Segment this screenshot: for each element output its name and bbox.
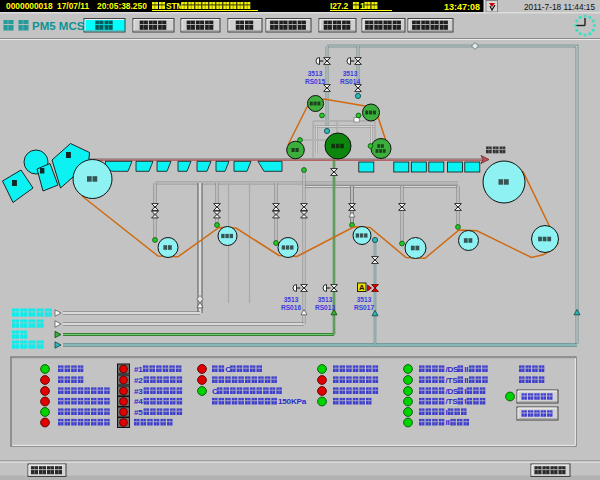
svg-text:3513: 3513 bbox=[343, 70, 358, 77]
svg-text:RS017: RS017 bbox=[354, 304, 374, 311]
svg-text:II: II bbox=[464, 365, 468, 374]
svg-text:#5: #5 bbox=[134, 408, 143, 417]
svg-text:3513: 3513 bbox=[318, 296, 333, 303]
svg-text:I27.2: I27.2 bbox=[330, 1, 348, 11]
svg-text:RS016: RS016 bbox=[281, 304, 301, 311]
svg-text:I: I bbox=[464, 387, 466, 396]
svg-text:II: II bbox=[445, 418, 449, 427]
svg-text:II: II bbox=[464, 376, 468, 385]
svg-text:PM5 MCS: PM5 MCS bbox=[32, 20, 85, 32]
svg-text:#3: #3 bbox=[134, 387, 143, 396]
svg-text:/TS: /TS bbox=[445, 376, 458, 385]
svg-text:1: 1 bbox=[360, 1, 365, 11]
svg-text:17/07/11: 17/07/11 bbox=[57, 1, 89, 11]
svg-text:#2: #2 bbox=[134, 376, 143, 385]
svg-text:RS014: RS014 bbox=[340, 78, 360, 85]
svg-text:/DS: /DS bbox=[445, 365, 459, 374]
svg-text:150KPa: 150KPa bbox=[278, 397, 307, 406]
svg-text:20:05:38.250: 20:05:38.250 bbox=[97, 1, 147, 11]
svg-text:I: I bbox=[464, 397, 466, 406]
svg-text:RS013: RS013 bbox=[315, 304, 335, 311]
svg-text:3513: 3513 bbox=[308, 70, 323, 77]
svg-text:I: I bbox=[445, 408, 447, 417]
svg-text:#4: #4 bbox=[134, 397, 143, 406]
svg-text:RS015: RS015 bbox=[305, 78, 325, 85]
svg-text:0000000018: 0000000018 bbox=[6, 1, 53, 11]
svg-text:/TS: /TS bbox=[445, 397, 458, 406]
svg-text:STM: STM bbox=[166, 1, 183, 11]
svg-text:3513: 3513 bbox=[357, 296, 372, 303]
svg-text:2011-7-18 11:44:15: 2011-7-18 11:44:15 bbox=[524, 2, 595, 12]
svg-text:#1: #1 bbox=[134, 365, 143, 374]
svg-text:13:47:08: 13:47:08 bbox=[444, 2, 480, 12]
svg-text:A: A bbox=[359, 283, 365, 292]
svg-text:/DS: /DS bbox=[445, 387, 459, 396]
svg-text:3513: 3513 bbox=[284, 296, 299, 303]
